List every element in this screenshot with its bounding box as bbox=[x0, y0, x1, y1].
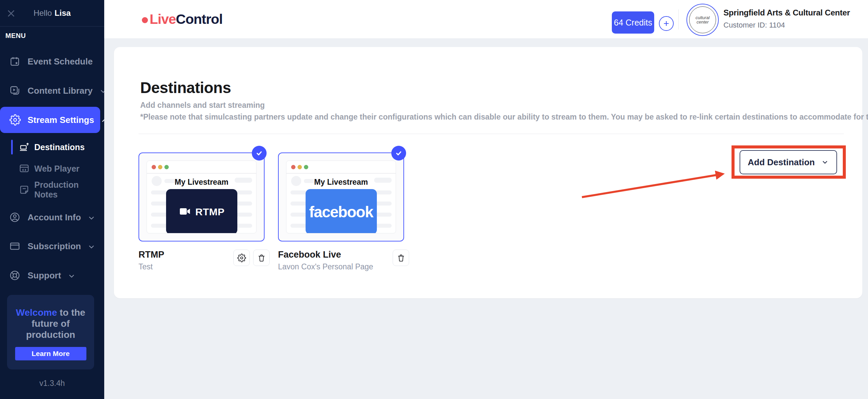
check-icon bbox=[255, 149, 264, 158]
destination-name: Facebook Live bbox=[278, 250, 373, 260]
laptop-upload-icon bbox=[19, 142, 30, 153]
gear-icon bbox=[237, 254, 246, 262]
sidebar-item-account-info[interactable]: Account Info bbox=[0, 207, 104, 227]
promo-card: Welcome to the future of production Lear… bbox=[7, 295, 94, 369]
placeholder-bar bbox=[374, 224, 392, 228]
sidebar-item-label: Destinations bbox=[34, 142, 85, 152]
placeholder-bar bbox=[235, 178, 252, 183]
chevron-down-icon bbox=[821, 158, 829, 166]
destinations-panel: Destinations Add channels and start stre… bbox=[114, 47, 862, 298]
window-dot-red-icon bbox=[291, 165, 296, 169]
chevron-down-icon bbox=[67, 272, 76, 280]
placeholder-bar bbox=[235, 201, 252, 205]
placeholder-bar bbox=[235, 191, 252, 195]
sidebar-item-destinations[interactable]: Destinations bbox=[0, 137, 104, 157]
app-version: v1.3.4h bbox=[0, 379, 104, 388]
credit-card-icon bbox=[9, 240, 21, 252]
menu-section-label: MENU bbox=[5, 32, 26, 40]
lifebuoy-icon bbox=[9, 270, 21, 281]
sidebar-item-stream-settings[interactable]: Stream Settings bbox=[0, 107, 100, 133]
destination-subtitle: Test bbox=[138, 262, 164, 271]
logo-control-text: Control bbox=[176, 11, 222, 27]
org-info: Springfield Arts & Cultural Center Custo… bbox=[723, 8, 850, 30]
add-destination-label: Add Destination bbox=[748, 157, 814, 168]
learn-more-button[interactable]: Learn More bbox=[15, 347, 86, 360]
org-avatar-logo: cultural center bbox=[689, 6, 716, 33]
sidebar-item-content-library[interactable]: Content Library bbox=[0, 80, 104, 101]
customer-id: Customer ID: 1104 bbox=[723, 21, 850, 30]
placeholder-bar bbox=[235, 224, 252, 228]
sidebar-item-support[interactable]: Support bbox=[0, 265, 104, 286]
placeholder-bar bbox=[235, 212, 252, 217]
window-dot-green-icon bbox=[304, 165, 308, 169]
active-indicator-bar bbox=[11, 140, 13, 155]
chevron-down-icon bbox=[87, 242, 96, 251]
destination-actions bbox=[393, 250, 409, 271]
destination-card-rtmp[interactable]: My Livestream RTMP bbox=[138, 153, 265, 241]
destination-text: RTMP Test bbox=[138, 250, 164, 271]
videocam-icon bbox=[179, 205, 191, 218]
greeting: Hello Lisa bbox=[0, 0, 104, 26]
destination-actions bbox=[233, 250, 270, 271]
browser-chrome bbox=[147, 161, 256, 174]
window-dot-green-icon bbox=[164, 165, 169, 169]
page-title: Destinations bbox=[140, 78, 231, 97]
org-avatar[interactable]: cultural center bbox=[686, 4, 719, 36]
content-library-icon bbox=[9, 85, 21, 96]
window-dot-yellow-icon bbox=[298, 165, 302, 169]
promo-text: Welcome to the future of production bbox=[13, 307, 88, 340]
settings-button[interactable] bbox=[233, 250, 250, 266]
delete-button[interactable] bbox=[253, 250, 270, 266]
placeholder-bar bbox=[374, 178, 392, 183]
logo-dot-icon bbox=[142, 17, 148, 23]
placeholder-bar bbox=[374, 191, 392, 195]
sidebar-item-label: Event Schedule bbox=[28, 57, 93, 67]
selected-check-badge bbox=[391, 146, 406, 161]
window-dot-yellow-icon bbox=[158, 165, 162, 169]
destination-meta: Facebook Live Lavon Cox's Personal Page bbox=[278, 250, 409, 271]
chevron-down-icon bbox=[87, 213, 96, 222]
delete-button[interactable] bbox=[393, 250, 409, 266]
sidebar: Hello Lisa MENU Event Schedule Content L… bbox=[0, 0, 104, 399]
placeholder-column bbox=[235, 191, 252, 233]
sidebar-item-label: Support bbox=[28, 270, 61, 281]
sidebar-item-label: Account Info bbox=[28, 212, 81, 223]
add-destination-button[interactable]: Add Destination bbox=[740, 150, 837, 174]
credits-button[interactable]: 64 Credits bbox=[612, 11, 654, 34]
selected-check-badge bbox=[252, 146, 267, 161]
destination-name: RTMP bbox=[138, 250, 164, 260]
add-credits-button[interactable] bbox=[659, 16, 674, 31]
facebook-tile: facebook bbox=[306, 189, 377, 233]
sidebar-item-label: Stream Settings bbox=[28, 115, 94, 125]
sidebar-item-subscription[interactable]: Subscription bbox=[0, 236, 104, 256]
tile-label: facebook bbox=[309, 203, 373, 221]
sidebar-item-label: Subscription bbox=[28, 241, 81, 252]
annotation-arrow bbox=[578, 169, 736, 202]
greeting-name: Lisa bbox=[55, 8, 71, 18]
active-indicator-bar bbox=[11, 161, 13, 176]
sidebar-item-production-notes[interactable]: Production Notes bbox=[0, 180, 104, 200]
destination-card-facebook[interactable]: My Livestream facebook bbox=[278, 153, 404, 241]
destination-subtitle: Lavon Cox's Personal Page bbox=[278, 262, 373, 271]
placeholder-bar bbox=[374, 201, 392, 205]
browser-preview: My Livestream facebook bbox=[286, 161, 396, 233]
sidebar-item-web-player[interactable]: Web Player bbox=[0, 159, 104, 179]
browser-chrome bbox=[286, 161, 396, 174]
gear-icon bbox=[9, 114, 21, 126]
browser-body: My Livestream facebook bbox=[286, 174, 396, 233]
sidebar-item-label: Content Library bbox=[28, 86, 93, 96]
promo-highlight: Welcome bbox=[16, 307, 57, 318]
trash-icon bbox=[397, 254, 405, 262]
org-name: Springfield Arts & Cultural Center bbox=[723, 8, 850, 18]
tile-label: RTMP bbox=[195, 206, 224, 218]
destination-text: Facebook Live Lavon Cox's Personal Page bbox=[278, 250, 373, 271]
browser-code-icon bbox=[19, 163, 30, 174]
section-divider bbox=[138, 134, 844, 134]
sidebar-item-event-schedule[interactable]: Event Schedule bbox=[0, 52, 104, 71]
window-dot-red-icon bbox=[152, 165, 156, 169]
placeholder-bar bbox=[374, 212, 392, 217]
active-indicator-bar bbox=[11, 182, 13, 197]
app-root: Hello Lisa MENU Event Schedule Content L… bbox=[0, 0, 868, 399]
note-icon bbox=[19, 185, 30, 195]
topbar: Live Control 64 Credits cultural center … bbox=[104, 0, 868, 38]
